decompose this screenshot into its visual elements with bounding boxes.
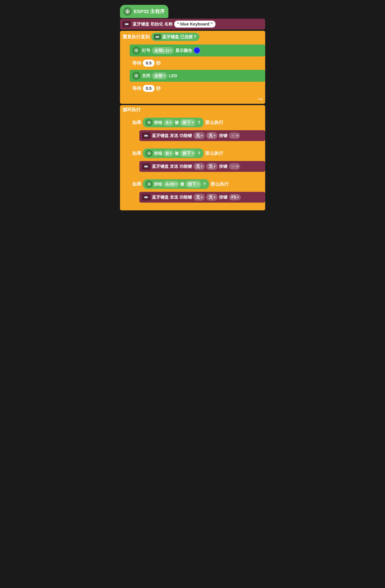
btn-icon-3 bbox=[145, 181, 153, 188]
cond2-action-dropdown[interactable]: 按下 bbox=[180, 150, 196, 157]
cond3-suffix: ？ bbox=[202, 181, 206, 187]
led-icon-2 bbox=[132, 72, 140, 80]
led-off-suffix: LED bbox=[169, 73, 177, 78]
btn-icon-1 bbox=[145, 119, 153, 126]
color-picker-circle[interactable] bbox=[194, 47, 200, 54]
keyboard-block-3: ⌨️ 蓝牙键盘 发送 功能键 无 无 按键 F5 bbox=[139, 192, 265, 203]
svg-point-7 bbox=[136, 50, 137, 51]
wait1-prefix: 等待 bbox=[132, 60, 141, 66]
repeat-block-bottom: ↩ bbox=[120, 94, 265, 104]
led-color-prefix: 灯号 bbox=[142, 48, 150, 53]
wait2-prefix: 等待 bbox=[132, 85, 141, 92]
kb1-func2[interactable]: 无 bbox=[206, 132, 217, 139]
hat-label: ESP32 主程序 bbox=[134, 8, 165, 15]
svg-point-11 bbox=[136, 75, 137, 76]
then-label-1: 那么执行 bbox=[205, 119, 223, 126]
bt-init-block: ⌨️ 蓝牙键盘 初始化 名称 " blue Keyboard " bbox=[120, 19, 265, 29]
keyboard-icon-4: ⌨️ bbox=[142, 194, 150, 201]
cond1-suffix: ？ bbox=[197, 120, 201, 126]
condition-1: 按钮 A 被 按下 ？ bbox=[143, 118, 204, 127]
led-color-suffix: 显示颜色 bbox=[175, 48, 192, 53]
if-inner-3: ⌨️ 蓝牙键盘 发送 功能键 无 无 按键 F5 bbox=[139, 191, 265, 204]
kb2-func2[interactable]: 无 bbox=[206, 163, 217, 170]
if-block-1: 如果 按钮 A 被 按下 bbox=[130, 116, 265, 145]
cond1-mid: 被 bbox=[175, 120, 179, 126]
hat-block: ESP32 主程序 bbox=[120, 5, 168, 18]
repeat-condition: ⌨️ 蓝牙键盘 已连接？ bbox=[151, 33, 200, 41]
keyboard-block-2: ⌨️ 蓝牙键盘 发送 功能键 无 无 按键 → bbox=[139, 161, 265, 172]
kb3-func2[interactable]: 无 bbox=[206, 194, 217, 201]
wait-block-2: 等待 0.5 秒 bbox=[130, 83, 163, 93]
cond2-prefix: 按钮 bbox=[154, 150, 162, 156]
keyboard-block-1: ⌨️ 蓝牙键盘 发送 功能键 无 无 按键 ← bbox=[139, 130, 265, 141]
cond3-action-dropdown[interactable]: 按下 bbox=[186, 181, 201, 188]
kb1-key[interactable]: ← bbox=[229, 132, 240, 139]
cond2-suffix: ？ bbox=[197, 150, 201, 156]
loop-label: 循环执行 bbox=[120, 105, 265, 114]
if-top-2: 如果 按钮 B 被 按下 bbox=[130, 147, 265, 160]
condition-2: 按钮 B 被 按下 ？ bbox=[143, 148, 204, 158]
if-block-3: 如果 按钮 A+B 被 按下 bbox=[130, 177, 265, 207]
svg-point-15 bbox=[148, 122, 150, 123]
loop-inner: 如果 按钮 A 被 按下 bbox=[130, 114, 265, 207]
if-top-1: 如果 按钮 A 被 按下 bbox=[130, 116, 265, 129]
kb2-key[interactable]: → bbox=[229, 163, 240, 169]
kb3-key[interactable]: F5 bbox=[229, 194, 241, 200]
led-off-dropdown[interactable]: 全部 bbox=[152, 72, 167, 79]
kb3-prefix: 蓝牙键盘 发送 功能键 bbox=[152, 194, 192, 200]
then-label-3: 那么执行 bbox=[211, 181, 229, 187]
if-bottom-2 bbox=[130, 173, 265, 176]
keyboard-icon-cond: ⌨️ bbox=[154, 34, 161, 40]
kb3-func1[interactable]: 无 bbox=[194, 194, 205, 201]
cond3-prefix: 按钮 bbox=[154, 181, 162, 187]
kb3-key-label: 按键 bbox=[219, 194, 227, 200]
kb1-func1[interactable]: 无 bbox=[194, 132, 205, 139]
wait2-value[interactable]: 0.5 bbox=[143, 85, 155, 92]
kb2-func1[interactable]: 无 bbox=[194, 163, 205, 170]
svg-point-19 bbox=[148, 153, 150, 154]
kb1-prefix: 蓝牙键盘 发送 功能键 bbox=[152, 133, 192, 138]
then-label-2: 那么执行 bbox=[205, 150, 223, 156]
if-label-3: 如果 bbox=[132, 181, 141, 187]
led-icon-1 bbox=[132, 46, 140, 55]
if-bottom-3 bbox=[130, 204, 265, 207]
wait1-suffix: 秒 bbox=[156, 60, 161, 66]
kb2-prefix: 蓝牙键盘 发送 功能键 bbox=[152, 164, 192, 169]
if-bottom-1 bbox=[130, 142, 265, 145]
keyboard-icon-2: ⌨️ bbox=[142, 132, 150, 139]
cond2-mid: 被 bbox=[175, 150, 179, 156]
esp32-icon bbox=[123, 7, 132, 16]
cond2-btn-dropdown[interactable]: B bbox=[163, 150, 174, 156]
wait1-value[interactable]: 0.5 bbox=[143, 60, 155, 66]
repeat-condition-label: 蓝牙键盘 已连接？ bbox=[162, 34, 197, 40]
keyboard-icon-3: ⌨️ bbox=[142, 163, 150, 170]
wait2-suffix: 秒 bbox=[156, 85, 161, 92]
bt-init-label: 蓝牙键盘 初始化 名称 bbox=[133, 21, 173, 27]
repeat-label: 重复执行直到 bbox=[123, 34, 150, 40]
led-num-dropdown[interactable]: 全部(-1) bbox=[152, 47, 174, 54]
cond3-mid: 被 bbox=[180, 181, 184, 187]
cond1-btn-dropdown[interactable]: A bbox=[163, 119, 174, 126]
cond1-prefix: 按钮 bbox=[154, 120, 162, 126]
loop-bottom bbox=[120, 207, 265, 210]
condition-3: 按钮 A+B 被 按下 ？ bbox=[143, 179, 209, 189]
if-inner-1: ⌨️ 蓝牙键盘 发送 功能键 无 无 按键 ← bbox=[139, 129, 265, 142]
svg-point-23 bbox=[148, 184, 150, 185]
if-label-1: 如果 bbox=[132, 119, 141, 126]
led-off-block: 关闭 全部 LED bbox=[130, 70, 265, 82]
repeat-inner: 灯号 全部(-1) 显示颜色 等待 0.5 秒 bbox=[130, 43, 265, 94]
cond1-action-dropdown[interactable]: 按下 bbox=[180, 119, 196, 126]
keyboard-icon-1: ⌨️ bbox=[123, 21, 131, 27]
repeat-until-block: 重复执行直到 ⌨️ 蓝牙键盘 已连接？ 灯号 bbox=[120, 31, 265, 104]
if-block-2: 如果 按钮 B 被 按下 bbox=[130, 147, 265, 176]
kb2-key-label: 按键 bbox=[219, 164, 227, 169]
cond3-btn-dropdown[interactable]: A+B bbox=[163, 181, 179, 187]
wait-block-1: 等待 0.5 秒 bbox=[130, 58, 163, 68]
blocks-container: ESP32 主程序 ⌨️ 蓝牙键盘 初始化 名称 " blue Keyboard… bbox=[120, 5, 265, 583]
kb1-key-label: 按键 bbox=[219, 133, 227, 138]
btn-icon-2 bbox=[145, 150, 153, 157]
if-label-2: 如果 bbox=[132, 150, 141, 156]
led-color-block: 灯号 全部(-1) 显示颜色 bbox=[130, 44, 265, 56]
bt-init-value[interactable]: " blue Keyboard " bbox=[174, 21, 215, 28]
repeat-until-top: 重复执行直到 ⌨️ 蓝牙键盘 已连接？ bbox=[120, 31, 265, 43]
